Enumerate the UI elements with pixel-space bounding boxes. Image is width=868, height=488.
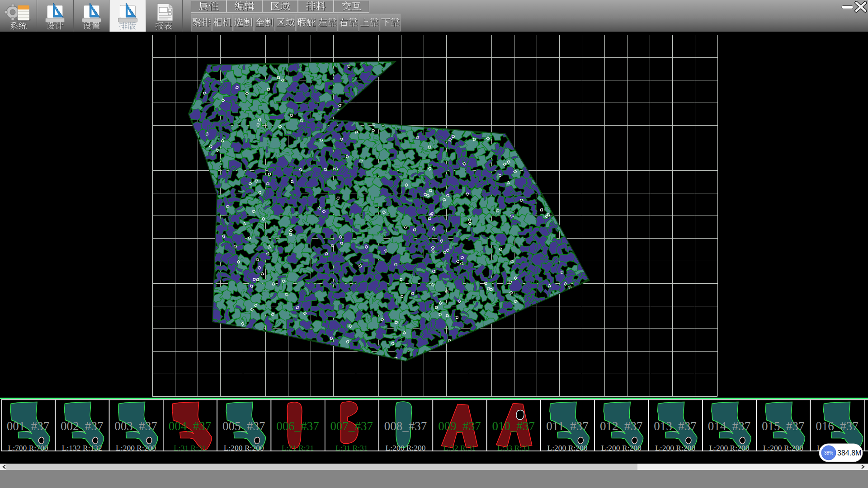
svg-text:005_#37: 005_#37 xyxy=(222,419,265,433)
svg-text:L:200 R:200: L:200 R:200 xyxy=(763,443,803,452)
svg-text:L:200 R:200: L:200 R:200 xyxy=(224,443,264,452)
svg-text:L:132 R:132: L:132 R:132 xyxy=(62,443,102,452)
svg-text:L:31 R:31: L:31 R:31 xyxy=(174,443,206,452)
svg-text:L:200 R:200: L:200 R:200 xyxy=(601,443,642,452)
svg-text:016_#37: 016_#37 xyxy=(816,419,859,433)
svg-text:012_#37: 012_#37 xyxy=(600,419,643,433)
svg-text:L:200 R:200: L:200 R:200 xyxy=(547,443,588,452)
svg-text:L:200 R:200: L:200 R:200 xyxy=(116,443,156,452)
svg-text:L:200 R:200: L:200 R:200 xyxy=(709,443,749,452)
svg-text:009_#37: 009_#37 xyxy=(438,419,481,433)
svg-text:003_#37: 003_#37 xyxy=(114,419,157,433)
svg-text:013_#37: 013_#37 xyxy=(654,419,697,433)
svg-text:L:32 R:31: L:32 R:31 xyxy=(443,443,476,452)
svg-text:008_#37: 008_#37 xyxy=(384,419,427,433)
svg-text:007_#37: 007_#37 xyxy=(330,419,373,433)
svg-text:010_#37: 010_#37 xyxy=(492,419,535,433)
svg-text:L:200 R:200: L:200 R:200 xyxy=(655,443,695,452)
svg-text:L:21 R:21: L:21 R:21 xyxy=(282,443,314,452)
svg-text:001_#37: 001_#37 xyxy=(7,419,50,433)
svg-text:L:200 R:200: L:200 R:200 xyxy=(386,443,426,452)
svg-text:38%: 38% xyxy=(824,450,833,455)
svg-text:011_#37: 011_#37 xyxy=(546,419,589,433)
svg-text:015_#37: 015_#37 xyxy=(762,419,805,433)
svg-text:L:33 R:33: L:33 R:33 xyxy=(497,443,530,452)
svg-text:002_#37: 002_#37 xyxy=(61,419,104,433)
svg-text:384.8M: 384.8M xyxy=(837,449,861,457)
svg-text:L:31 R:31: L:31 R:31 xyxy=(335,443,368,452)
svg-text:014_#37: 014_#37 xyxy=(708,419,751,433)
svg-text:L:700 R:700: L:700 R:700 xyxy=(8,443,48,452)
svg-text:004_#37: 004_#37 xyxy=(169,419,212,433)
svg-text:006_#37: 006_#37 xyxy=(276,419,319,433)
